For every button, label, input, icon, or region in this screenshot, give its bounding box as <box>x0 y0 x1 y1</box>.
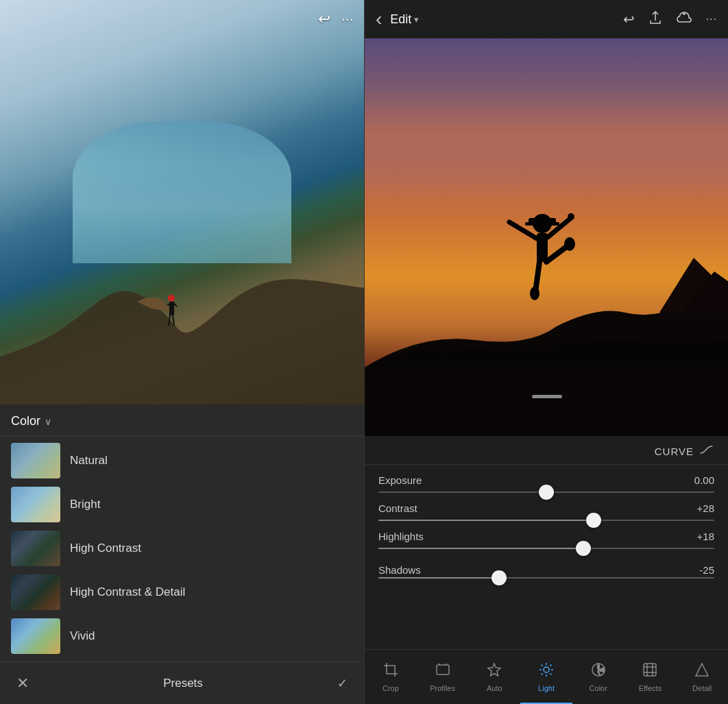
right-photo <box>365 38 728 436</box>
scroll-indicator <box>532 395 562 398</box>
svg-rect-33 <box>644 664 656 676</box>
preset-label: High Contrast <box>70 542 141 555</box>
auto-label: Auto <box>487 684 502 692</box>
svg-point-19 <box>530 287 539 300</box>
right-header: ‹ Edit ▾ ↩ ··· <box>365 0 728 38</box>
preset-thumbnail <box>11 487 60 522</box>
dancer-svg <box>494 203 590 340</box>
light-label: Light <box>538 684 555 692</box>
tab-detail[interactable]: Detail <box>676 650 728 704</box>
list-item[interactable]: Bright <box>0 483 364 526</box>
svg-line-29 <box>550 673 551 675</box>
back-button[interactable]: ‹ <box>376 8 382 30</box>
left-toolbar: ↩ ··· <box>318 10 354 28</box>
tab-effects[interactable]: Effects <box>624 650 677 704</box>
svg-line-17 <box>546 245 568 262</box>
shadows-track[interactable] <box>378 577 714 579</box>
auto-icon <box>487 662 502 681</box>
list-item[interactable]: Vivid <box>0 614 364 658</box>
exposure-slider-row: Exposure 0.00 <box>378 474 714 493</box>
shadows-row: Shadows -25 <box>378 559 714 577</box>
preset-list: Natural Bright High Contrast High Contra… <box>0 439 364 661</box>
shadows-thumb[interactable] <box>492 570 507 585</box>
presets-label: Presets <box>163 677 203 690</box>
profiles-icon <box>435 662 450 681</box>
exposure-thumb[interactable] <box>539 485 554 500</box>
preset-thumbnail <box>11 618 60 654</box>
tab-color[interactable]: Color <box>572 650 624 704</box>
highlights-fill <box>378 548 583 549</box>
svg-point-0 <box>168 295 175 302</box>
cancel-button[interactable]: ✕ <box>16 675 29 692</box>
left-photo: ↩ ··· <box>0 0 364 404</box>
svg-line-30 <box>550 664 551 666</box>
svg-line-28 <box>542 664 543 666</box>
svg-point-23 <box>544 667 549 672</box>
svg-point-18 <box>564 237 575 251</box>
svg-rect-11 <box>525 222 559 226</box>
tab-crop[interactable]: Crop <box>365 650 417 704</box>
exposure-label: Exposure <box>378 474 422 486</box>
cloud-icon[interactable] <box>676 11 692 28</box>
more-options-icon[interactable]: ··· <box>706 13 717 25</box>
preset-label: Vivid <box>70 629 95 643</box>
exposure-track[interactable] <box>378 491 714 493</box>
left-panel: ↩ ··· Color ∨ Natural <box>0 0 364 704</box>
edit-chevron-icon: ▾ <box>414 14 419 25</box>
highlights-thumb[interactable] <box>576 541 591 556</box>
crop-label: Crop <box>383 684 399 692</box>
list-item[interactable]: High Contrast <box>0 526 364 570</box>
list-item[interactable]: Natural <box>0 439 364 483</box>
sliders-section: Exposure 0.00 Contrast +28 <box>365 470 728 649</box>
detail-label: Detail <box>692 684 712 692</box>
contrast-slider-row: Contrast +28 <box>378 502 714 521</box>
divider <box>365 464 728 465</box>
shadows-label: Shadows <box>378 564 421 576</box>
contrast-label: Contrast <box>378 502 417 514</box>
effects-label: Effects <box>639 684 662 692</box>
curve-header: CURVE <box>365 436 728 464</box>
highlights-slider-row: Highlights +18 <box>378 531 714 549</box>
tab-light[interactable]: Light <box>520 650 572 704</box>
svg-line-31 <box>542 673 543 675</box>
list-item[interactable]: High Contrast & Detail <box>0 570 364 614</box>
adjustment-panel: CURVE Exposure 0.00 <box>365 436 728 649</box>
detail-icon <box>694 662 709 681</box>
preset-label: Bright <box>70 498 100 511</box>
highlights-value: +18 <box>697 531 714 542</box>
svg-marker-22 <box>488 664 500 676</box>
separator <box>0 435 364 436</box>
contrast-thumb[interactable] <box>586 513 601 528</box>
undo-icon[interactable]: ↩ <box>623 11 635 27</box>
tab-auto[interactable]: Auto <box>468 650 520 704</box>
more-icon[interactable]: ··· <box>341 10 354 28</box>
svg-rect-20 <box>437 665 449 675</box>
tab-profiles[interactable]: Profiles <box>417 650 469 704</box>
curve-icon[interactable] <box>699 444 714 459</box>
contrast-fill <box>378 520 594 521</box>
confirm-button[interactable]: ✓ <box>337 676 348 691</box>
left-footer: ✕ Presets ✓ <box>0 661 364 704</box>
exposure-value: 0.00 <box>694 474 714 486</box>
color-chevron-icon[interactable]: ∨ <box>45 416 51 427</box>
highlights-label: Highlights <box>378 531 424 542</box>
color-header: Color ∨ <box>0 404 364 435</box>
light-icon <box>539 662 554 681</box>
curve-label: CURVE <box>655 446 694 457</box>
right-panel: ‹ Edit ▾ ↩ ··· <box>364 0 728 704</box>
water-area <box>73 121 291 263</box>
color-icon <box>591 662 606 681</box>
highlights-track[interactable] <box>378 548 714 549</box>
share-icon[interactable] <box>648 11 662 28</box>
profiles-label: Profiles <box>430 684 455 692</box>
shadows-value: -25 <box>699 564 714 576</box>
svg-point-15 <box>568 213 574 220</box>
undo-icon[interactable]: ↩ <box>318 10 330 28</box>
edit-menu[interactable]: Edit ▾ <box>390 12 419 27</box>
color-tab-label: Color <box>590 684 607 692</box>
crop-icon <box>383 662 398 681</box>
contrast-value: +28 <box>697 502 714 514</box>
preset-thumbnail <box>11 531 60 566</box>
left-bottom: Color ∨ Natural Bright High Contrast Hig… <box>0 404 364 704</box>
contrast-track[interactable] <box>378 520 714 521</box>
